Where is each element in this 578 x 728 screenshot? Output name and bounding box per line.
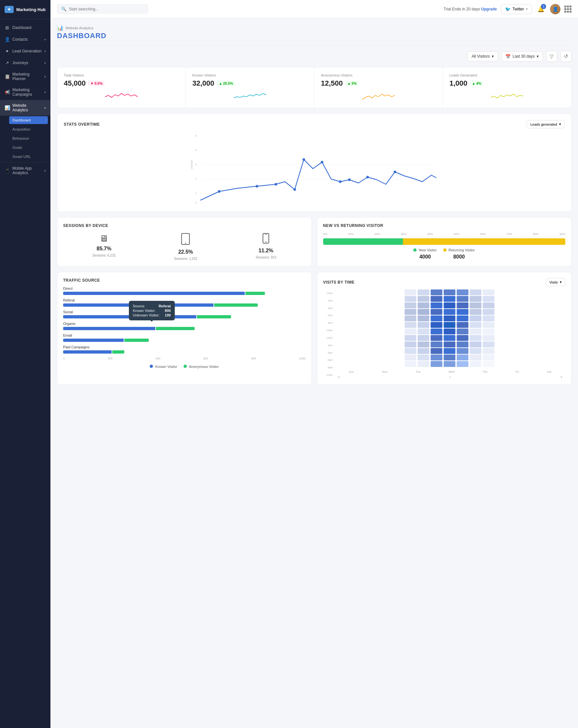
refresh-button[interactable]: ↺	[560, 51, 572, 62]
svg-rect-72	[430, 329, 442, 334]
anon-visitor-legend: Anonymous Visitor	[184, 365, 219, 368]
svg-rect-80	[444, 303, 455, 308]
chevron-down-icon: ▾	[492, 54, 494, 59]
svg-rect-118	[483, 315, 494, 321]
sidebar-sub-item-smart-url[interactable]: Smart URL	[0, 152, 50, 161]
twitter-icon: 🐦	[505, 6, 510, 12]
device-percent: 22.5%	[178, 249, 193, 255]
svg-rect-106	[470, 315, 481, 321]
apps-grid-icon[interactable]	[564, 5, 572, 13]
h-bar-chart: 0%10%20%30%40%50%60%70%80%90% New Visito…	[323, 232, 566, 260]
date-filter[interactable]: 📅 Last 30 days ▾	[501, 51, 543, 61]
sidebar-item-marketing-planner[interactable]: 📋 Marketing Planner ▾	[0, 69, 50, 84]
device-tablet: 22.5% Sessions: 1,232	[174, 233, 197, 260]
svg-rect-83	[444, 322, 455, 328]
anon-bar	[156, 327, 194, 330]
svg-rect-51	[404, 348, 416, 354]
svg-rect-77	[430, 361, 442, 367]
returning-visitor-legend: Returning Visitor 8000	[443, 248, 475, 260]
filter-button[interactable]: ▽	[546, 51, 557, 62]
sidebar-item-journeys[interactable]: ↗ Journeys ▾	[0, 57, 50, 69]
upgrade-link[interactable]: Upgrade	[481, 7, 497, 11]
sidebar-sub-item-acquisition[interactable]: Acquisition	[0, 125, 50, 134]
sidebar-item-label: Marketing Campaigns	[12, 87, 42, 97]
svg-rect-70	[430, 315, 442, 321]
sidebar-sub-item-goals[interactable]: Goals	[0, 143, 50, 152]
heatmap-bottom-axis: 024	[335, 375, 566, 379]
tooltip-source-label: Source:	[133, 304, 145, 308]
chart-dropdown[interactable]: Leads generated ▾	[527, 120, 564, 128]
svg-rect-112	[470, 355, 481, 360]
page-title: DASHBOARD	[57, 32, 572, 40]
svg-point-17	[303, 158, 305, 161]
svg-rect-46	[404, 315, 416, 321]
svg-rect-43	[404, 296, 416, 302]
traffic-row-email: Email	[63, 333, 306, 342]
svg-point-22	[394, 171, 396, 173]
sub-item-label: Dashboard	[12, 118, 31, 122]
svg-point-40	[266, 241, 266, 242]
contacts-icon: 👤	[4, 37, 10, 42]
topbar: 🔍 Trial Ends in 20 days Upgrade 🐦 Twitte…	[50, 0, 578, 18]
avatar[interactable]: 👤	[550, 4, 560, 14]
svg-rect-44	[404, 303, 416, 308]
traffic-label: Direct	[63, 287, 306, 290]
svg-rect-95	[456, 322, 468, 328]
sidebar-item-dashboard[interactable]: ⊞ Dashboard	[0, 22, 50, 33]
sidebar-item-contacts[interactable]: 👤 Contacts ▾	[0, 33, 50, 45]
lead-generation-icon: ✦	[4, 49, 10, 54]
sidebar-item-website-analytics[interactable]: 📊 Website Analytics ▾	[0, 100, 50, 115]
svg-text:0: 0	[195, 201, 197, 204]
svg-rect-65	[418, 361, 429, 367]
svg-rect-98	[456, 341, 468, 347]
traffic-legend: Known Visitor Anonymous Visitor	[63, 365, 306, 368]
sidebar-navigation: ⊞ Dashboard 👤 Contacts ▾ ✦ Lead Generati…	[0, 19, 50, 728]
search-icon: 🔍	[61, 6, 67, 11]
sidebar-logo[interactable]: ✦ Marketing Hub	[0, 0, 50, 19]
sidebar-item-mobile-app-analytics[interactable]: 📱 Mobile App Analytics ▾	[0, 163, 50, 178]
sidebar-item-label: Journeys	[12, 60, 28, 65]
visits-dropdown[interactable]: Visits ▾	[546, 278, 565, 286]
svg-rect-111	[470, 348, 481, 354]
device-cards: 🖥 85.7% Sessions: 6,232 22.5% Sessions: …	[63, 233, 306, 260]
sub-item-label: Acquisition	[12, 127, 31, 131]
sidebar-item-marketing-campaigns[interactable]: 📢 Marketing Campaigns ▾	[0, 84, 50, 100]
known-bar	[63, 339, 124, 342]
traffic-label: Social	[63, 310, 306, 314]
svg-rect-78	[444, 289, 455, 295]
tablet-icon	[181, 233, 190, 247]
breadcrumb: 📊 Website Analytics DASHBOARD	[57, 25, 572, 46]
svg-rect-64	[418, 355, 429, 360]
sessions-by-device-card: SESSIONS BY DEVICE 🖥 85.7% Sessions: 6,2…	[57, 217, 312, 267]
anon-bar	[124, 339, 149, 342]
chevron-down-icon: ▾	[44, 38, 46, 41]
sidebar-item-label: Marketing Planner	[12, 72, 42, 81]
marketing-campaigns-icon: 📢	[4, 89, 10, 95]
search-input[interactable]	[69, 7, 144, 11]
search-box[interactable]: 🔍	[57, 4, 148, 14]
traffic-rows: Direct Referal Socia	[63, 287, 306, 354]
sidebar-sub-item-dashboard[interactable]: Dashboard	[9, 116, 48, 124]
heatmap-svg	[335, 289, 566, 368]
notification-button[interactable]: 🔔 3	[536, 4, 546, 14]
visitors-filter[interactable]: All Visitors ▾	[467, 51, 498, 61]
svg-rect-75	[430, 348, 442, 354]
known-dot	[150, 365, 153, 368]
svg-rect-121	[483, 335, 494, 341]
visits-dropdown-label: Visits	[549, 280, 558, 284]
svg-rect-52	[404, 355, 416, 360]
sub-item-label: Behaviour	[12, 136, 29, 140]
sidebar-sub-item-behaviour[interactable]: Behaviour	[0, 134, 50, 143]
svg-rect-60	[418, 329, 429, 334]
chevron-down-icon: ▾	[537, 54, 538, 59]
tooltip-known-value: 800	[165, 309, 170, 313]
stat-known-visitors: Known Visitors 32,000 ▲ 25.5%	[186, 68, 314, 108]
sidebar-item-lead-generation[interactable]: ✦ Lead Generation ▾	[0, 45, 50, 57]
chevron-down-icon: ▾	[44, 75, 46, 78]
twitter-button[interactable]: 🐦 Twitter ▾	[501, 4, 532, 14]
sub-item-label: Smart URL	[12, 155, 31, 159]
svg-rect-90	[456, 289, 468, 295]
svg-rect-88	[444, 355, 455, 360]
tooltip-unknown-label: Unknown Visitor:	[133, 313, 159, 317]
svg-rect-123	[483, 348, 494, 354]
